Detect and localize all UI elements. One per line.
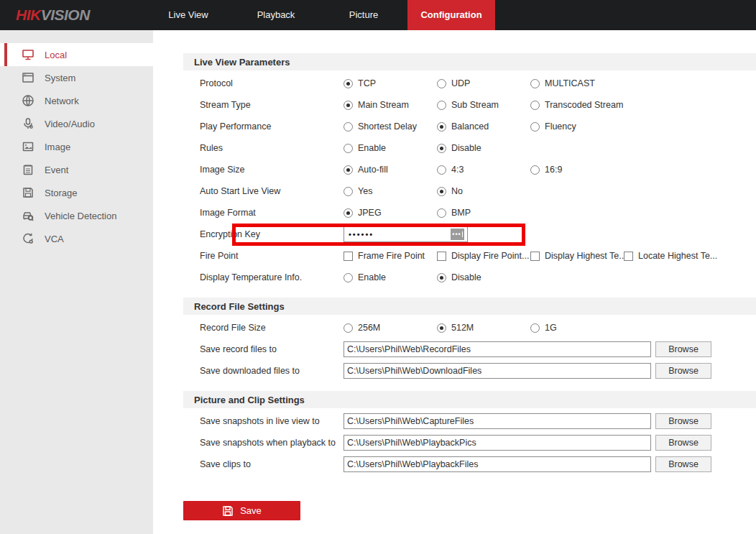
clips-path-input[interactable] <box>344 456 651 472</box>
radio-icon[interactable] <box>437 165 446 175</box>
window-icon <box>22 71 34 84</box>
field-label: Protocol <box>200 78 344 88</box>
browse-button[interactable]: Browse <box>655 341 711 357</box>
radio-icon[interactable] <box>437 79 446 88</box>
radio-option-1g[interactable]: 1G <box>530 323 624 333</box>
radio-option-4-3[interactable]: 4:3 <box>437 165 530 175</box>
radio-option-tcp[interactable]: TCP <box>344 78 437 88</box>
browse-button[interactable]: Browse <box>655 435 711 451</box>
radio-option-multicast[interactable]: MULTICAST <box>530 78 624 88</box>
content-panel: Live View Parameters Protocol TCP UDP MU… <box>153 30 756 534</box>
monitor-icon <box>22 48 34 61</box>
radio-label: JPEG <box>358 208 382 218</box>
sidebar-item-vca[interactable]: VCA <box>0 227 153 250</box>
settings-row-save-clips: Save clips to Browse <box>200 454 756 475</box>
checkbox-option-locate-highest-temp[interactable]: Locate Highest Te... <box>624 251 717 261</box>
radio-icon[interactable] <box>344 187 353 196</box>
radio-option-shortest-delay[interactable]: Shortest Delay <box>344 121 437 132</box>
radio-option-jpeg[interactable]: JPEG <box>344 208 437 218</box>
checkbox-option-display-highest-temp[interactable]: Display Highest Te... <box>530 251 624 261</box>
tab-configuration[interactable]: Configuration <box>407 0 495 30</box>
checkbox-icon[interactable] <box>437 252 446 261</box>
radio-icon[interactable] <box>344 273 353 282</box>
radio-icon[interactable] <box>437 187 446 196</box>
browse-button[interactable]: Browse <box>655 413 711 429</box>
radio-icon[interactable] <box>437 101 446 110</box>
radio-option-disable[interactable]: Disable <box>437 272 530 282</box>
sidebar-item-video-audio[interactable]: Video/Audio <box>0 112 153 135</box>
sidebar: Local System Network Video/Audio Image E… <box>0 30 153 534</box>
radio-icon[interactable] <box>344 323 353 333</box>
settings-row-fire-point: Fire Point Frame Fire Point Display Fire… <box>200 245 756 267</box>
settings-row-stream-type: Stream Type Main Stream Sub Stream Trans… <box>200 94 756 116</box>
radio-icon[interactable] <box>437 144 446 153</box>
hikvision-logo: HIKVISION <box>16 0 90 30</box>
vca-icon <box>22 232 34 245</box>
radio-icon[interactable] <box>530 165 540 175</box>
radio-icon[interactable] <box>530 122 540 132</box>
sidebar-item-local[interactable]: Local <box>0 43 153 66</box>
radio-label: Auto-fill <box>358 165 388 175</box>
radio-option-sub-stream[interactable]: Sub Stream <box>437 100 530 110</box>
radio-option-enable[interactable]: Enable <box>344 272 437 282</box>
radio-icon[interactable] <box>437 208 446 218</box>
radio-icon[interactable] <box>344 122 353 132</box>
radio-option-fluency[interactable]: Fluency <box>530 121 624 132</box>
radio-icon[interactable] <box>530 323 540 333</box>
sidebar-item-vehicle-detection[interactable]: Vehicle Detection <box>0 204 153 227</box>
checkbox-icon[interactable] <box>344 252 353 261</box>
top-bar: HIKVISION Live View Playback Picture Con… <box>0 0 756 30</box>
radio-option-256m[interactable]: 256M <box>344 323 437 333</box>
radio-option-yes[interactable]: Yes <box>344 186 437 196</box>
field-label: Save snapshots when playback to <box>200 438 344 448</box>
radio-icon[interactable] <box>530 79 540 88</box>
radio-option-main-stream[interactable]: Main Stream <box>344 100 437 110</box>
field-label: Auto Start Live View <box>200 186 344 196</box>
radio-icon[interactable] <box>344 165 353 175</box>
checkbox-option-frame-fire-point[interactable]: Frame Fire Point <box>344 251 437 261</box>
radio-option-enable[interactable]: Enable <box>344 143 437 153</box>
downloaded-files-path-input[interactable] <box>344 363 651 379</box>
radio-icon[interactable] <box>344 101 353 110</box>
radio-option-bmp[interactable]: BMP <box>437 208 530 218</box>
save-button[interactable]: Save <box>183 501 300 520</box>
ellipsis-icon[interactable]: ••• <box>451 229 464 240</box>
sidebar-item-network[interactable]: Network <box>0 89 153 112</box>
radio-icon[interactable] <box>437 122 446 132</box>
radio-option-udp[interactable]: UDP <box>437 78 530 88</box>
radio-option-16-9[interactable]: 16:9 <box>530 165 624 175</box>
radio-option-no[interactable]: No <box>437 186 530 196</box>
tab-picture[interactable]: Picture <box>320 0 407 30</box>
encryption-key-input[interactable]: •••••• ••• <box>344 226 468 242</box>
sidebar-item-event[interactable]: Event <box>0 158 153 181</box>
snapshots-live-view-path-input[interactable] <box>344 413 651 429</box>
radio-icon[interactable] <box>344 79 353 88</box>
checkbox-label: Frame Fire Point <box>358 251 425 261</box>
record-files-path-input[interactable] <box>344 341 651 357</box>
tab-playback[interactable]: Playback <box>232 0 320 30</box>
radio-option-balanced[interactable]: Balanced <box>437 121 530 132</box>
sidebar-item-system[interactable]: System <box>0 66 153 89</box>
browse-button[interactable]: Browse <box>655 456 711 472</box>
browse-button[interactable]: Browse <box>655 363 711 379</box>
checkbox-option-display-fire-point[interactable]: Display Fire Point... <box>437 251 530 261</box>
checkbox-icon[interactable] <box>624 252 633 261</box>
sidebar-item-storage[interactable]: Storage <box>0 181 153 204</box>
radio-option-disable[interactable]: Disable <box>437 143 530 153</box>
radio-icon[interactable] <box>437 323 446 333</box>
snapshots-playback-path-input[interactable] <box>344 435 651 451</box>
checkbox-icon[interactable] <box>530 252 540 261</box>
settings-row-save-record-files: Save record files to Browse <box>200 339 756 360</box>
sidebar-item-image[interactable]: Image <box>0 135 153 158</box>
radio-option-transcoded-stream[interactable]: Transcoded Stream <box>530 100 624 110</box>
section-title-picture-and-clip-settings: Picture and Clip Settings <box>183 391 756 408</box>
radio-icon[interactable] <box>437 273 446 282</box>
tab-live-view[interactable]: Live View <box>144 0 232 30</box>
radio-icon[interactable] <box>344 144 353 153</box>
radio-label: Balanced <box>451 121 489 132</box>
radio-option-512m[interactable]: 512M <box>437 323 530 333</box>
radio-icon[interactable] <box>530 101 540 110</box>
radio-option-auto-fill[interactable]: Auto-fill <box>344 165 437 175</box>
radio-icon[interactable] <box>344 208 353 218</box>
radio-label: 4:3 <box>451 165 464 175</box>
